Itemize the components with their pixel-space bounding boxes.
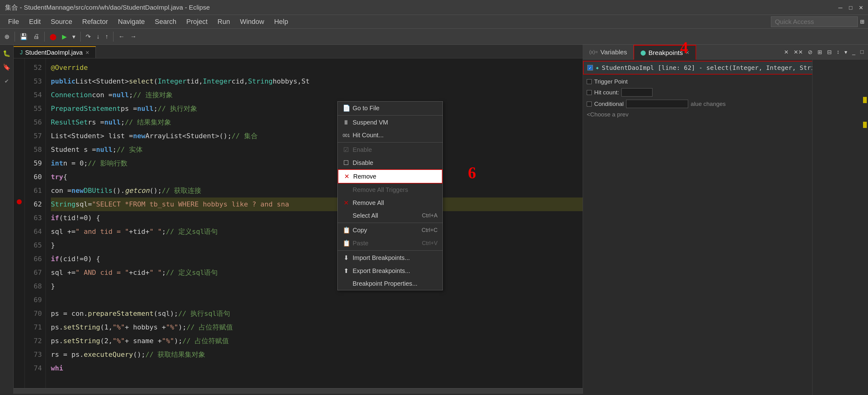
code-line-63: if(tid!=0) { xyxy=(51,211,583,225)
ctx-select-all[interactable]: Select All Ctrl+A xyxy=(338,209,442,222)
ctx-paste-shortcut: Ctrl+V xyxy=(422,240,438,247)
conditional-label: Conditional xyxy=(594,101,624,108)
menu-run[interactable]: Run xyxy=(213,17,234,27)
editor-tab-studentdaoimpl[interactable]: J StudentDaoImpl.java ✕ xyxy=(13,46,96,58)
step-return-button[interactable]: ↑ xyxy=(103,32,110,41)
menu-window[interactable]: Window xyxy=(236,17,269,27)
quick-access-input[interactable] xyxy=(771,17,858,27)
ln-74: 74 xyxy=(25,362,42,375)
ctx-ra-icon: ✕ xyxy=(343,199,349,206)
gutter-66 xyxy=(13,250,25,263)
sidebar-debug-icon[interactable]: 🐛 xyxy=(2,49,12,58)
hit-count-input[interactable] xyxy=(621,88,652,96)
close-button[interactable]: ✕ xyxy=(859,3,863,11)
debug-button[interactable]: ⬤ xyxy=(48,32,58,41)
ln-59: 59 xyxy=(25,157,42,170)
ctx-import-bp[interactable]: ⬇ Import Breakpoints... xyxy=(338,251,442,264)
condition-input[interactable] xyxy=(626,100,688,108)
code-line-67: sql += " AND cid = "+cid+" ";// 定义sql语句 xyxy=(51,266,583,280)
ctx-export-bp[interactable]: ⬆ Export Breakpoints... xyxy=(338,264,442,277)
ln-66: 66 xyxy=(25,252,42,266)
ln-64: 64 xyxy=(25,225,42,238)
menu-search[interactable]: Search xyxy=(150,17,181,27)
ln-53: 53 xyxy=(25,75,42,88)
ctx-remove[interactable]: ✕ Remove 6 xyxy=(338,169,442,184)
sync-btn[interactable]: ↕ xyxy=(835,48,841,56)
menu-source[interactable]: Source xyxy=(46,17,76,27)
ctx-copy-icon: 📋 xyxy=(343,226,349,234)
hit-count-prop: Hit count: xyxy=(587,88,652,96)
expand-btn[interactable]: ⊞ xyxy=(815,48,824,56)
bp-debug-dot: ◆ xyxy=(596,65,598,70)
save-button[interactable]: 💾 xyxy=(18,32,29,41)
collapse-btn[interactable]: ⊟ xyxy=(825,48,834,56)
menu-file[interactable]: File xyxy=(4,17,23,27)
menu-help[interactable]: Help xyxy=(270,17,292,27)
menu-edit[interactable]: Edit xyxy=(25,17,45,27)
code-line-62: String sql="SELECT *FROM tb_stu WHERE ho… xyxy=(51,198,583,211)
separator4 xyxy=(113,32,114,41)
code-editor[interactable]: 52 53 54 55 56 57 58 59 60 61 62 63 64 6… xyxy=(13,58,583,388)
minimize-panel-btn[interactable]: _ xyxy=(850,48,857,56)
tab-breakpoints[interactable]: ⬤ Breakpoints ✕ xyxy=(633,45,696,60)
ln-73: 73 xyxy=(25,348,42,362)
tab-close[interactable]: ✕ xyxy=(85,50,89,56)
variables-icon: (x)= xyxy=(589,49,598,55)
tab-variables[interactable]: (x)= Variables xyxy=(583,45,633,60)
remove-all-bp-btn[interactable]: ✕✕ xyxy=(792,48,805,56)
ctx-hit-count[interactable]: 001 Hit Count... xyxy=(338,129,442,142)
gutter-57 xyxy=(13,127,25,140)
ctx-import-icon: ⬇ xyxy=(343,254,349,261)
gutter-70 xyxy=(13,304,25,318)
menu-refactor[interactable]: Refactor xyxy=(78,17,112,27)
sidebar-bookmark-icon[interactable]: 🔖 xyxy=(2,62,12,72)
run-button[interactable]: ▶ xyxy=(60,32,68,41)
ctx-disable[interactable]: ☐ Disable xyxy=(338,156,442,169)
ln-61: 61 xyxy=(25,184,42,198)
code-line-69 xyxy=(51,293,583,307)
run-dropdown[interactable]: ▾ xyxy=(70,32,77,41)
ctx-suspend-vm[interactable]: ⏸ Suspend VM xyxy=(338,116,442,129)
gutter-54 xyxy=(13,86,25,100)
trigger-point-checkbox[interactable] xyxy=(587,79,592,84)
conditional-checkbox[interactable] xyxy=(587,102,592,107)
menu-project[interactable]: Project xyxy=(182,17,212,27)
skip-all-bp-btn[interactable]: ⊘ xyxy=(806,48,814,56)
gutter-69 xyxy=(13,291,25,304)
ctx-copy[interactable]: 📋 Copy Ctrl+C xyxy=(338,224,442,236)
ctx-enable[interactable]: ☑ Enable xyxy=(338,143,442,156)
print-button[interactable]: 🖨 xyxy=(31,32,41,41)
hit-count-checkbox[interactable] xyxy=(587,90,592,95)
code-line-74: whi xyxy=(51,362,583,375)
ctx-bp-props[interactable]: Breakpoint Properties... xyxy=(338,277,442,290)
maximize-button[interactable]: ☐ xyxy=(849,3,853,11)
step-into-button[interactable]: ↓ xyxy=(95,32,101,41)
main-area: 🐛 🔖 ✔ J StudentDaoImpl.java ✕ xyxy=(0,45,868,394)
code-content[interactable]: @Override public List<Student> select(In… xyxy=(46,58,583,388)
breakpoints-tab-label: Breakpoints xyxy=(648,49,683,57)
ctx-copy-shortcut: Ctrl+C xyxy=(422,227,438,233)
menu-navigate[interactable]: Navigate xyxy=(114,17,149,27)
code-gutter xyxy=(13,58,25,388)
maximize-panel-btn[interactable]: □ xyxy=(858,48,866,56)
ctx-remove-all[interactable]: ✕ Remove All xyxy=(338,196,442,209)
code-line-55: PreparedStatement ps = null;// 执行对象 xyxy=(51,102,583,115)
breakpoints-tab-close[interactable]: ✕ xyxy=(685,50,689,56)
ctx-goto-file[interactable]: 📄 Go to File xyxy=(338,102,442,115)
view-menu-btn[interactable]: ▾ xyxy=(843,48,849,56)
trigger-point-prop: Trigger Point xyxy=(587,78,628,85)
navigate-fwd[interactable]: → xyxy=(128,32,138,41)
bp-checkbox[interactable]: ✓ xyxy=(587,65,593,70)
ctx-paste[interactable]: 📋 Paste Ctrl+V xyxy=(338,236,442,250)
sidebar-task-icon[interactable]: ✔ xyxy=(3,76,10,86)
new-button[interactable]: ⊕ xyxy=(2,32,11,41)
minimize-button[interactable]: — xyxy=(838,3,842,11)
ctx-remove-all-triggers[interactable]: Remove All Triggers xyxy=(338,184,442,196)
step-over-button[interactable]: ↷ xyxy=(84,32,93,41)
horizontal-scrollbar[interactable] xyxy=(13,388,583,394)
navigate-back[interactable]: ← xyxy=(117,32,126,41)
ln-55: 55 xyxy=(25,102,42,115)
ln-52: 52 xyxy=(25,61,42,75)
gutter-61 xyxy=(13,181,25,195)
remove-bp-btn[interactable]: ✕ xyxy=(782,48,790,56)
